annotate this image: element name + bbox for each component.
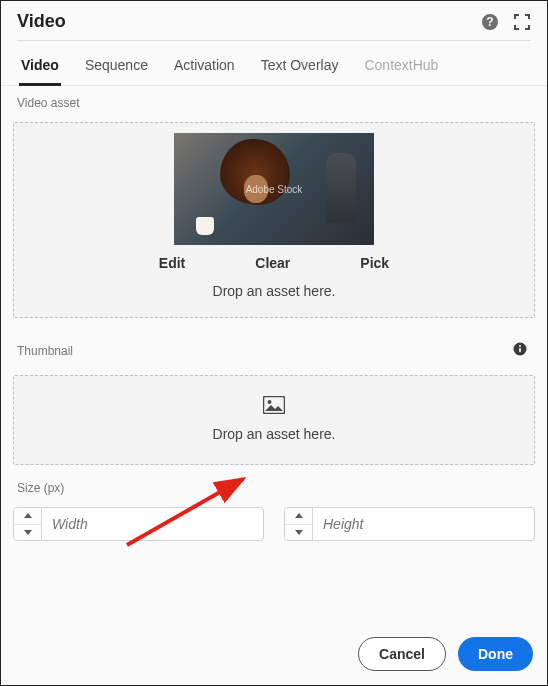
thumbnail-drop-hint: Drop an asset here. — [24, 426, 524, 442]
video-asset-drop-hint: Drop an asset here. — [24, 283, 524, 299]
size-row — [1, 501, 547, 541]
pick-action[interactable]: Pick — [360, 255, 389, 271]
height-field — [284, 507, 535, 541]
video-asset-label-text: Video asset — [17, 96, 80, 110]
height-input[interactable] — [313, 508, 534, 540]
width-step-up[interactable] — [14, 508, 41, 525]
width-input[interactable] — [42, 508, 263, 540]
video-asset-actions: Edit Clear Pick — [24, 255, 524, 271]
help-icon[interactable]: ? — [481, 13, 499, 31]
svg-text:?: ? — [486, 15, 493, 29]
thumbnail-dropzone[interactable]: Drop an asset here. — [13, 375, 535, 465]
fullscreen-icon[interactable] — [513, 13, 531, 31]
width-field — [13, 507, 264, 541]
height-stepper — [285, 508, 313, 540]
clear-action[interactable]: Clear — [255, 255, 290, 271]
info-icon[interactable] — [513, 342, 527, 359]
tab-bar: Video Sequence Activation Text Overlay C… — [1, 41, 547, 86]
tab-text-overlay[interactable]: Text Overlay — [261, 57, 339, 85]
done-button[interactable]: Done — [458, 637, 533, 671]
height-step-down[interactable] — [285, 525, 312, 541]
dialog-title: Video — [17, 11, 66, 32]
video-asset-dropzone[interactable]: Adobe Stock Edit Clear Pick Drop an asse… — [13, 122, 535, 318]
thumbnail-label: Thumbnail — [17, 344, 73, 358]
svg-rect-3 — [519, 348, 521, 352]
video-asset-preview: Adobe Stock — [174, 133, 374, 245]
tab-video[interactable]: Video — [21, 57, 59, 85]
edit-action[interactable]: Edit — [159, 255, 185, 271]
image-placeholder-icon — [263, 396, 285, 414]
thumbnail-label-row: Thumbnail — [1, 324, 547, 365]
width-stepper — [14, 508, 42, 540]
tab-activation[interactable]: Activation — [174, 57, 235, 85]
tab-sequence[interactable]: Sequence — [85, 57, 148, 85]
dialog-header: Video ? — [1, 1, 547, 40]
tab-contexthub: ContextHub — [364, 57, 438, 85]
asset-watermark: Adobe Stock — [246, 184, 303, 195]
cancel-button[interactable]: Cancel — [358, 637, 446, 671]
dialog-footer: Cancel Done — [358, 637, 533, 671]
width-step-down[interactable] — [14, 525, 41, 541]
header-icon-group: ? — [481, 13, 531, 31]
size-label-text: Size (px) — [17, 481, 64, 495]
video-asset-label: Video asset — [1, 86, 547, 116]
size-label: Size (px) — [1, 471, 547, 501]
svg-point-4 — [519, 345, 521, 347]
svg-point-6 — [268, 400, 272, 404]
height-step-up[interactable] — [285, 508, 312, 525]
